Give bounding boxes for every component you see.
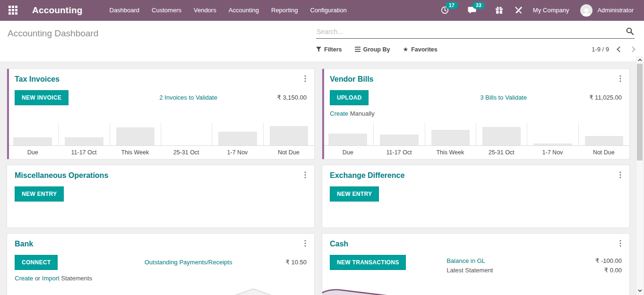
- chart-column[interactable]: 25-31 Oct: [476, 123, 527, 159]
- tools-button[interactable]: [514, 5, 524, 15]
- balance-amount: ₹ -100.00: [560, 256, 622, 266]
- chart-column[interactable]: This Week: [425, 123, 476, 159]
- user-avatar[interactable]: [580, 4, 592, 17]
- card-title[interactable]: Tax Invoices: [15, 75, 60, 84]
- bar[interactable]: [585, 136, 624, 145]
- bar[interactable]: [482, 127, 521, 145]
- outstanding-amount: ₹ 10.50: [245, 255, 307, 270]
- control-panel: Accounting Dashboard Filters: [0, 21, 644, 61]
- card-title[interactable]: Cash: [330, 240, 348, 248]
- bar-label: 1-7 Nov: [527, 145, 578, 159]
- bar-label: 11-17 Oct: [373, 145, 424, 159]
- dashboard-content: Tax Invoices NEW INVOICE 2 Invoices to V…: [0, 61, 644, 295]
- favorites-button[interactable]: ★ Favorites: [403, 46, 437, 53]
- menu-dashboard[interactable]: Dashboard: [103, 0, 146, 21]
- card-title[interactable]: Bank: [15, 240, 33, 248]
- group-by-icon: [355, 47, 361, 52]
- scroll-down-icon[interactable]: [636, 287, 643, 294]
- outstanding-payments-link[interactable]: Outstanding Payments/Receipts: [145, 259, 232, 266]
- bar[interactable]: [218, 132, 257, 145]
- menu-customers[interactable]: Customers: [146, 0, 188, 21]
- search-icon[interactable]: [626, 27, 634, 35]
- chart-column[interactable]: 11-17 Oct: [58, 123, 109, 159]
- chart-column[interactable]: 1-7 Nov: [527, 123, 578, 159]
- scroll-up-icon[interactable]: [636, 57, 643, 63]
- group-by-button[interactable]: Group By: [355, 46, 390, 53]
- app-name[interactable]: Accounting: [32, 5, 83, 16]
- activities-button[interactable]: 17: [440, 5, 450, 15]
- star-icon: ★: [403, 46, 408, 53]
- new-entry-button[interactable]: NEW ENTRY: [15, 186, 64, 202]
- tools-icon: [515, 6, 523, 14]
- bar-label: 25-31 Oct: [161, 145, 212, 159]
- bar-label: This Week: [110, 145, 161, 159]
- create-manually-link[interactable]: Create: [330, 110, 348, 117]
- card-title[interactable]: Exchange Difference: [330, 171, 404, 180]
- import-statement-link[interactable]: Import: [42, 275, 60, 282]
- pager-previous-icon[interactable]: [617, 46, 623, 52]
- top-navbar: Accounting Dashboard Customers Vendors A…: [0, 0, 644, 21]
- vertical-scrollbar[interactable]: [636, 56, 643, 295]
- scrollbar-thumb[interactable]: [637, 64, 643, 160]
- user-menu[interactable]: Administrator: [592, 7, 638, 14]
- message-count-badge: 33: [472, 2, 485, 9]
- bar[interactable]: [270, 126, 309, 145]
- bar[interactable]: [328, 134, 367, 145]
- search-input[interactable]: [316, 27, 635, 36]
- group-by-label: Group By: [363, 46, 390, 53]
- gift-button[interactable]: [494, 5, 504, 15]
- kebab-menu-icon[interactable]: [618, 171, 623, 178]
- new-transactions-button[interactable]: NEW TRANSACTIONS: [330, 255, 406, 270]
- chart-column[interactable]: 25-31 Oct: [161, 123, 212, 159]
- cash-balance-sparkline: [322, 284, 629, 295]
- card-cash: Cash NEW TRANSACTIONS Balance in GL ₹ -1…: [322, 233, 630, 295]
- bar[interactable]: [380, 135, 419, 145]
- search-bar: [316, 25, 635, 39]
- menu-configuration[interactable]: Configuration: [304, 0, 352, 21]
- bar-label: Not Due: [263, 145, 314, 159]
- chart-column[interactable]: Due: [7, 123, 58, 159]
- balance-in-gl-link[interactable]: Balance in GL: [447, 256, 560, 266]
- chart-column[interactable]: Not Due: [263, 123, 314, 159]
- pager-next-icon[interactable]: [629, 46, 635, 52]
- activity-count-badge: 17: [446, 2, 458, 9]
- menu-accounting[interactable]: Accounting: [223, 0, 265, 21]
- pager: 1-9 / 9: [592, 46, 635, 53]
- kebab-menu-icon[interactable]: [303, 240, 308, 247]
- navbar-right: 17 33: [435, 4, 638, 17]
- kebab-menu-icon[interactable]: [303, 171, 308, 178]
- card-exchange-difference: Exchange Difference NEW ENTRY: [322, 165, 630, 228]
- chart-column[interactable]: Not Due: [578, 123, 629, 159]
- chart-column[interactable]: Due: [322, 123, 373, 159]
- kebab-menu-icon[interactable]: [618, 75, 623, 82]
- card-title[interactable]: Miscellaneous Operations: [15, 171, 108, 180]
- create-statement-link[interactable]: Create: [15, 275, 33, 282]
- kebab-menu-icon[interactable]: [618, 240, 623, 247]
- menu-reporting[interactable]: Reporting: [265, 0, 304, 21]
- messages-button[interactable]: 33: [467, 5, 477, 15]
- chart-column[interactable]: 11-17 Oct: [373, 123, 424, 159]
- menu-vendors[interactable]: Vendors: [188, 0, 223, 21]
- bills-to-validate-link[interactable]: 3 Bills to Validate: [480, 94, 527, 101]
- apps-grid-icon[interactable]: [7, 4, 19, 17]
- statements-text: Statements: [60, 275, 92, 282]
- bar[interactable]: [116, 127, 155, 145]
- tax-invoices-bar-chart: Due11-17 OctThis Week25-31 Oct1-7 NovNot…: [7, 123, 314, 159]
- bar[interactable]: [65, 137, 103, 145]
- chart-column[interactable]: 1-7 Nov: [212, 123, 263, 159]
- connect-button[interactable]: CONNECT: [15, 255, 58, 270]
- upload-button[interactable]: UPLOAD: [330, 90, 369, 105]
- favorites-label: Favorites: [411, 46, 438, 53]
- filters-button[interactable]: Filters: [316, 46, 342, 53]
- bar[interactable]: [13, 137, 52, 145]
- chart-column[interactable]: This Week: [110, 123, 161, 159]
- bar[interactable]: [431, 130, 470, 145]
- search-panel: Filters Group By ★ Favorites 1-9 / 9: [316, 25, 636, 61]
- company-switcher[interactable]: My Company: [528, 7, 574, 14]
- statements-text: or: [33, 275, 42, 282]
- invoices-to-validate-link[interactable]: 2 Invoices to Validate: [159, 94, 217, 101]
- kebab-menu-icon[interactable]: [303, 75, 308, 82]
- new-entry-button[interactable]: NEW ENTRY: [330, 186, 379, 202]
- card-title[interactable]: Vendor Bills: [330, 75, 373, 84]
- new-invoice-button[interactable]: NEW INVOICE: [15, 90, 69, 105]
